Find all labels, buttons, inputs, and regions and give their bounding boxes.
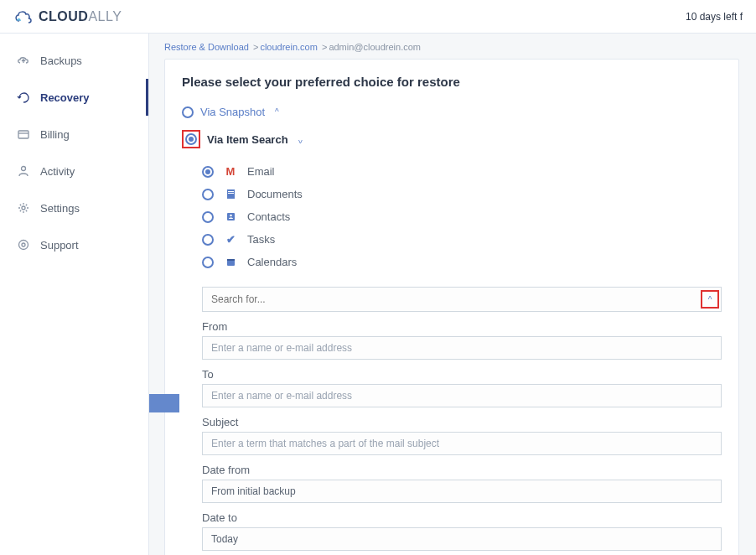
breadcrumb-sep: > (322, 42, 327, 52)
breadcrumb: Restore & Download >cloudrein.com >admin… (164, 42, 739, 52)
sidebar-item-activity[interactable]: Activity (0, 153, 148, 189)
documents-icon (224, 189, 237, 200)
billing-icon (17, 127, 30, 141)
svg-point-3 (22, 206, 25, 210)
dateto-label: Date to (202, 511, 722, 524)
sidebar-item-label: Backups (40, 54, 82, 67)
sub-radio-label: Calendars (247, 256, 297, 268)
contacts-icon (224, 211, 237, 222)
email-icon: M (224, 165, 237, 178)
sidebar-item-settings[interactable]: Settings (0, 189, 148, 226)
radio-label: Via Item Search (207, 133, 288, 146)
svg-rect-6 (227, 189, 235, 199)
radio-icon (202, 257, 214, 268)
recovery-icon (17, 91, 30, 104)
svg-rect-12 (227, 259, 235, 261)
radio-icon (202, 234, 214, 246)
sidebar: Backups Recovery Billing Activity Settin… (0, 34, 149, 555)
svg-rect-0 (18, 131, 28, 138)
cloud-icon (13, 9, 35, 24)
radio-via-snapshot[interactable]: Via Snapshot ^ (182, 106, 722, 118)
search-input[interactable] (211, 293, 712, 305)
radio-icon (182, 106, 194, 118)
sub-radio-calendars[interactable]: Calendars (202, 251, 722, 273)
radio-label: Via Snapshot (200, 106, 265, 118)
to-label: To (202, 368, 722, 381)
subject-input[interactable] (202, 432, 722, 455)
radio-via-item-search[interactable]: Via Item Search ^ (182, 130, 722, 148)
sidebar-item-label: Billing (40, 128, 70, 141)
svg-rect-8 (228, 193, 234, 194)
datefrom-label: Date from (202, 464, 722, 476)
radio-icon (202, 189, 214, 200)
breadcrumb-link-1[interactable]: Restore & Download (164, 42, 251, 52)
breadcrumb-link-2[interactable]: cloudrein.com (260, 42, 320, 52)
sidebar-item-recovery[interactable]: Recovery (0, 79, 148, 116)
sidebar-item-label: Activity (40, 165, 75, 178)
sidebar-item-label: Support (40, 239, 79, 252)
trial-text: 10 days left f (686, 11, 743, 23)
sub-radio-label: Contacts (247, 210, 290, 223)
svg-rect-9 (227, 213, 235, 220)
sub-radio-contacts[interactable]: Contacts (202, 205, 722, 228)
sidebar-item-label: Recovery (40, 91, 90, 104)
sub-options: M Email Documents Contacts ✔ Tasks (202, 160, 722, 273)
calendars-icon (224, 257, 237, 267)
card-title: Please select your preferred choice for … (182, 75, 722, 89)
svg-rect-7 (228, 191, 234, 192)
svg-point-2 (22, 167, 26, 171)
highlight-box (182, 130, 200, 148)
dateto-input[interactable] (202, 527, 722, 551)
radio-icon (202, 211, 214, 223)
sidebar-item-support[interactable]: Support (0, 226, 148, 263)
sub-radio-label: Email (247, 165, 275, 178)
subject-label: Subject (202, 416, 722, 428)
from-label: From (202, 320, 722, 333)
chevron-down-icon: ^ (298, 135, 303, 144)
datefrom-input[interactable] (202, 480, 722, 503)
radio-icon (202, 166, 214, 178)
sub-radio-tasks[interactable]: ✔ Tasks (202, 228, 722, 251)
chevron-up-icon: ^ (275, 107, 279, 117)
svg-point-5 (22, 243, 25, 246)
main-content: Restore & Download >cloudrein.com >admin… (149, 34, 756, 555)
gear-icon (17, 201, 30, 215)
from-input[interactable] (202, 336, 722, 360)
sub-radio-label: Tasks (247, 233, 275, 246)
sidebar-item-backups[interactable]: Backups (0, 42, 148, 79)
radio-icon (185, 133, 197, 145)
svg-point-4 (19, 241, 28, 250)
search-bar[interactable]: ^ (202, 287, 722, 312)
header: CLOUDALLY 10 days left f (0, 0, 756, 34)
logo-text-2: ALLY (88, 9, 122, 24)
chevron-up-icon: ^ (708, 295, 712, 304)
sub-radio-documents[interactable]: Documents (202, 183, 722, 205)
breadcrumb-current: admin@cloudrein.com (329, 42, 421, 52)
support-icon (17, 238, 30, 252)
to-input[interactable] (202, 384, 722, 407)
sub-radio-email[interactable]: M Email (202, 160, 722, 183)
cloud-upload-icon (17, 54, 30, 67)
logo-text-1: CLOUD (39, 9, 88, 24)
sub-radio-label: Documents (247, 188, 303, 200)
sidebar-item-billing[interactable]: Billing (0, 116, 148, 153)
svg-point-10 (230, 215, 232, 217)
sidebar-item-label: Settings (40, 202, 80, 215)
search-expand-toggle[interactable]: ^ (701, 290, 719, 309)
activity-icon (17, 164, 30, 178)
restore-card: Please select your preferred choice for … (164, 59, 739, 555)
tasks-icon: ✔ (224, 233, 237, 246)
blue-bar-decoration (149, 394, 179, 412)
breadcrumb-sep: > (253, 42, 258, 52)
logo: CLOUDALLY (13, 9, 122, 24)
